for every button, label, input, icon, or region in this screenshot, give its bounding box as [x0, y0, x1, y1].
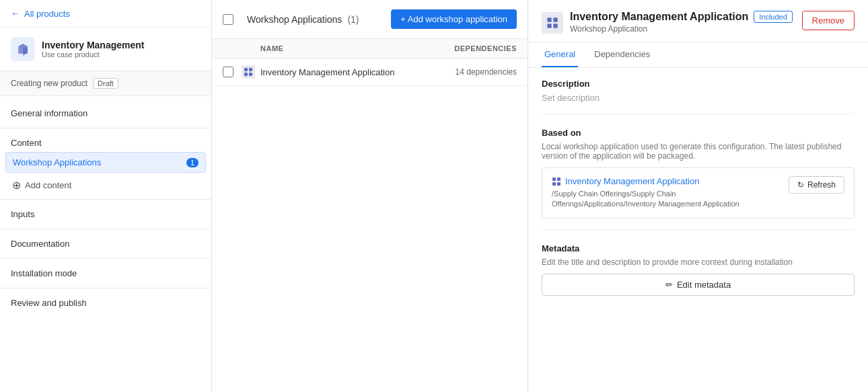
right-panel: Inventory Management Application Include… — [528, 0, 868, 392]
sidebar: ← All products Inventory Management Use … — [0, 0, 212, 392]
back-link-label: All products — [24, 9, 70, 19]
svg-rect-3 — [244, 68, 248, 71]
back-arrow-icon: ← — [11, 8, 20, 19]
refresh-label: Refresh — [807, 180, 836, 190]
app-ref-box: Inventory Management Application /Supply… — [542, 167, 855, 219]
nav-content-label: Content — [0, 131, 211, 151]
table-header-row: Workshop Applications (1) + Add workshop… — [212, 0, 528, 39]
app-grid-icon — [244, 67, 253, 77]
add-content-icon: ⊕ — [12, 179, 21, 192]
detail-content: Description Set description Based on Loc… — [528, 68, 868, 392]
detail-app-sub: Workshop Application — [570, 24, 793, 34]
based-on-title: Based on — [542, 128, 855, 138]
section-title: Workshop Applications — [247, 14, 342, 25]
nav-divider-2 — [0, 199, 211, 200]
description-section: Description Set description — [542, 79, 855, 114]
svg-rect-8 — [553, 17, 557, 22]
nav-divider-5 — [0, 288, 211, 288]
select-all-checkbox[interactable] — [223, 14, 233, 25]
svg-rect-7 — [547, 17, 551, 22]
refresh-button[interactable]: ↻ Refresh — [789, 176, 844, 194]
nav-documentation[interactable]: Documentation — [0, 232, 211, 256]
tab-general[interactable]: General — [542, 42, 578, 67]
table-header-left: Workshop Applications (1) — [223, 14, 359, 25]
detail-grid-icon — [546, 17, 558, 29]
app-ref-path: /Supply Chain Offerings/Supply Chain Off… — [552, 189, 782, 210]
metadata-title: Metadata — [542, 243, 855, 253]
svg-rect-12 — [557, 178, 560, 181]
col-header-name: NAME — [242, 44, 436, 52]
svg-rect-6 — [249, 73, 252, 76]
nav-add-content[interactable]: ⊕ Add content — [5, 174, 206, 196]
table-row[interactable]: Inventory Management Application 14 depe… — [212, 58, 528, 86]
detail-title-text: Inventory Management Application Include… — [570, 11, 793, 34]
row-checkbox[interactable] — [223, 67, 233, 77]
nav-divider-3 — [0, 229, 211, 229]
nav-installation-mode[interactable]: Installation mode — [0, 262, 211, 285]
based-on-desc: Local workshop application used to gener… — [542, 142, 855, 161]
draft-badge: Draft — [93, 78, 118, 89]
app-ref-left: Inventory Management Application /Supply… — [552, 176, 782, 210]
cube-icon — [16, 42, 30, 56]
creating-label: Creating new product — [11, 79, 87, 88]
app-ref-link[interactable]: Inventory Management Application — [552, 176, 782, 186]
svg-rect-9 — [547, 24, 551, 28]
product-name: Inventory Management — [42, 40, 144, 50]
svg-rect-4 — [249, 68, 252, 71]
product-info: Inventory Management Use case product — [42, 40, 144, 58]
workshop-count-badge: 1 — [186, 158, 198, 167]
detail-title-area: Inventory Management Application Include… — [542, 11, 793, 34]
row-app-name: Inventory Management Application — [260, 67, 436, 77]
row-app-icon — [242, 65, 255, 79]
creating-bar: Creating new product Draft — [0, 71, 211, 96]
svg-rect-14 — [557, 182, 560, 186]
col-header-dependencies: DEPENDENCIES — [436, 44, 517, 52]
remove-button[interactable]: Remove — [802, 11, 855, 30]
svg-rect-10 — [553, 24, 557, 28]
svg-rect-11 — [552, 178, 556, 181]
nav-workshop-applications[interactable]: Workshop Applications 1 — [5, 152, 206, 173]
tab-dependencies[interactable]: Dependencies — [591, 42, 653, 67]
edit-metadata-button[interactable]: ✏ Edit metadata — [542, 274, 855, 296]
metadata-section: Metadata Edit the title and description … — [542, 243, 855, 307]
nav-general-info[interactable]: General information — [0, 102, 211, 125]
product-header: Inventory Management Use case product — [0, 28, 211, 71]
ref-grid-icon — [552, 177, 561, 186]
description-value: Set description — [542, 93, 855, 103]
nav-inputs[interactable]: Inputs — [0, 202, 211, 226]
nav-list: General information Content Workshop App… — [0, 96, 211, 392]
based-on-section: Based on Local workshop application used… — [542, 128, 855, 230]
detail-app-name: Inventory Management Application Include… — [570, 11, 793, 23]
pencil-icon: ✏ — [665, 280, 673, 290]
product-icon — [11, 37, 35, 61]
detail-app-icon — [542, 12, 563, 34]
col-headers: NAME DEPENDENCIES — [212, 39, 528, 58]
product-type: Use case product — [42, 50, 144, 58]
middle-panel: Workshop Applications (1) + Add workshop… — [212, 0, 528, 392]
svg-rect-13 — [552, 182, 556, 186]
table-count: (1) — [347, 14, 359, 25]
add-workshop-button[interactable]: + Add workshop application — [391, 9, 517, 29]
row-dependencies: 14 dependencies — [436, 67, 517, 77]
nav-divider-4 — [0, 258, 211, 259]
nav-workshop-label: Workshop Applications — [13, 157, 101, 167]
refresh-icon: ↻ — [797, 180, 804, 190]
back-link[interactable]: ← All products — [0, 0, 211, 28]
edit-metadata-label: Edit metadata — [677, 280, 731, 290]
metadata-desc: Edit the title and description to provid… — [542, 258, 855, 267]
svg-rect-5 — [244, 73, 248, 76]
add-content-label: Add content — [25, 180, 71, 190]
included-badge: Included — [754, 11, 793, 23]
tabs: General Dependencies — [528, 42, 868, 68]
nav-divider-1 — [0, 128, 211, 128]
app-ref-link-text: Inventory Management Application — [565, 176, 699, 186]
nav-review-publish[interactable]: Review and publish — [0, 291, 211, 315]
detail-header: Inventory Management Application Include… — [528, 0, 868, 42]
description-title: Description — [542, 79, 855, 89]
